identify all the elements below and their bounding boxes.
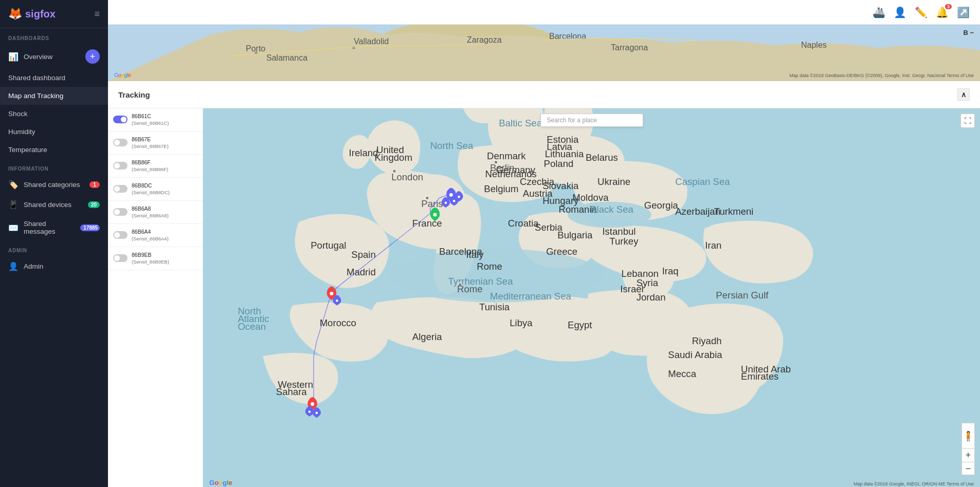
svg-text:Lebanon: Lebanon	[622, 268, 659, 279]
sidebar-item-overview-label: Overview	[24, 53, 52, 61]
svg-text:Emirates: Emirates	[741, 371, 778, 382]
zoom-in-button[interactable]: +	[961, 448, 975, 462]
svg-text:Georgia: Georgia	[644, 200, 679, 211]
svg-text:Mecca: Mecca	[668, 368, 696, 379]
zoom-out-button[interactable]: −	[961, 462, 975, 475]
svg-text:Greece: Greece	[546, 246, 577, 257]
sidebar-item-shared-messages[interactable]: ✉️ Shared messages 17885	[0, 215, 108, 240]
svg-text:Belgium: Belgium	[484, 183, 518, 194]
svg-text:Iraq: Iraq	[662, 266, 679, 276]
svg-text:Poland: Poland	[544, 158, 574, 169]
map-google-logo: Google	[209, 479, 232, 486]
map-fullscreen-button[interactable]: ⛶	[960, 114, 975, 128]
shared-devices-badge: 20	[88, 201, 100, 208]
svg-point-111	[458, 196, 460, 198]
mini-map-bg: Porto Salamanca Valladolid Zaragoza Barc…	[108, 25, 980, 81]
svg-text:Belarus: Belarus	[586, 152, 618, 163]
topbar: 🚢 👤 ✏️ 🔔 3 ↗️	[108, 0, 980, 25]
sidebar-item-humidity[interactable]: Humidity	[0, 123, 108, 141]
svg-text:Ukraine: Ukraine	[597, 176, 630, 187]
sidebar-item-shock-label: Shock	[8, 110, 28, 118]
arrow-button[interactable]: ↗️	[957, 6, 970, 18]
svg-text:Paris: Paris	[421, 198, 443, 209]
device-toggle-86B86F[interactable]	[113, 162, 128, 170]
device-item-86B61C[interactable]: 86B61C(Sensit_86B61C)	[108, 108, 203, 132]
svg-text:Turkmeni: Turkmeni	[714, 206, 754, 217]
svg-text:Istanbul: Istanbul	[602, 226, 636, 237]
device-item-86B9EB[interactable]: 86B9EB(Sensit_86B9EB)	[108, 247, 203, 270]
content-area: Porto Salamanca Valladolid Zaragoza Barc…	[108, 25, 980, 487]
svg-point-102	[311, 402, 314, 406]
svg-text:Tunisia: Tunisia	[479, 302, 510, 312]
sidebar-item-shared-categories[interactable]: 🏷️ Shared categories 1	[0, 175, 108, 195]
device-item-86B6A8[interactable]: 86B6A8(Sensit_86B6A8)	[108, 201, 203, 224]
device-name-86B9EB: 86B9EB(Sensit_86B9EB)	[132, 252, 169, 265]
sidebar-item-humidity-label: Humidity	[8, 128, 35, 136]
sidebar-item-admin[interactable]: 👤 Admin	[0, 256, 108, 276]
device-toggle-86B67E[interactable]	[113, 139, 128, 146]
svg-text:Turkey: Turkey	[609, 236, 639, 247]
svg-text:Persian Gulf: Persian Gulf	[716, 290, 769, 301]
sidebar-item-admin-label: Admin	[24, 263, 43, 270]
map-area[interactable]: Search for a place	[203, 108, 980, 487]
tracking-header: Tracking ∧	[108, 81, 980, 108]
collapse-button[interactable]: ∧	[957, 88, 970, 101]
svg-text:Croatia: Croatia	[508, 218, 539, 229]
sidebar-logo: 🦊 sigfox ≡	[0, 0, 108, 28]
svg-text:Rome: Rome	[477, 261, 502, 272]
device-name-86B8DC: 86B8DC(Sensit_86B8DC)	[132, 182, 170, 196]
sidebar-item-temperature[interactable]: Temperature	[0, 141, 108, 159]
device-toggle-86B9EB[interactable]	[113, 254, 128, 262]
svg-text:Valladolid: Valladolid	[354, 37, 389, 46]
svg-text:France: France	[412, 218, 442, 229]
device-name-86B6A4: 86B6A4(Sensit_86B6A4)	[132, 229, 169, 242]
sidebar-item-map-tracking[interactable]: Map and Tracking	[0, 87, 108, 105]
device-toggle-86B8DC[interactable]	[113, 185, 128, 193]
svg-text:Lithuania: Lithuania	[545, 148, 584, 159]
svg-text:Libya: Libya	[510, 317, 533, 328]
sidebar-item-shared-devices-label: Shared devices	[24, 201, 71, 209]
sidebar-item-shared-devices[interactable]: 📱 Shared devices 20	[0, 195, 108, 215]
device-item-86B8DC[interactable]: 86B8DC(Sensit_86B8DC)	[108, 178, 203, 201]
svg-point-103	[308, 410, 311, 413]
sidebar: 🦊 sigfox ≡ DASHBOARDS 📊 Overview + Share…	[0, 0, 108, 487]
svg-text:Moldova: Moldova	[572, 192, 609, 203]
svg-text:North Sea: North Sea	[430, 140, 474, 151]
device-toggle-86B6A8[interactable]	[113, 208, 128, 216]
map-search-bar[interactable]: Search for a place	[540, 114, 643, 127]
device-name-86B6A8: 86B6A8(Sensit_86B6A8)	[132, 205, 169, 219]
svg-text:Baltic Sea: Baltic Sea	[499, 118, 542, 128]
device-item-86B6A4[interactable]: 86B6A4(Sensit_86B6A4)	[108, 224, 203, 247]
device-name-86B61C: 86B61C(Sensit_86B61C)	[132, 113, 169, 126]
sidebar-item-shock[interactable]: Shock	[0, 105, 108, 123]
mini-map-google-logo: Google	[114, 72, 131, 78]
map-zoom-controls: + −	[961, 448, 975, 475]
svg-text:Algeria: Algeria	[412, 331, 442, 342]
sidebar-item-temperature-label: Temperature	[8, 146, 47, 154]
add-dashboard-button[interactable]: +	[85, 49, 100, 64]
hamburger-menu[interactable]: ≡	[94, 9, 100, 20]
device-toggle-86B6A4[interactable]	[113, 231, 128, 239]
svg-text:Iran: Iran	[705, 240, 721, 251]
map-pegman[interactable]: 🧍	[961, 423, 975, 449]
svg-point-106	[336, 299, 338, 302]
ship-button[interactable]: 🚢	[873, 6, 885, 18]
app-logo[interactable]: 🦊 sigfox	[8, 7, 56, 21]
pencil-button[interactable]: ✏️	[915, 6, 928, 18]
svg-text:Italy: Italy	[466, 249, 484, 260]
device-item-86B86F[interactable]: 86B86F(Sensit_86B86F)	[108, 155, 203, 178]
svg-point-17	[687, 156, 723, 228]
svg-text:Rome: Rome	[457, 284, 483, 294]
device-name-86B67E: 86B67E(Sensit_86B67E)	[132, 136, 169, 149]
svg-text:Naples: Naples	[801, 41, 827, 49]
svg-text:Caspian Sea: Caspian Sea	[675, 176, 730, 187]
device-item-86B67E[interactable]: 86B67E(Sensit_86B67E)	[108, 132, 203, 155]
device-toggle-86B61C[interactable]	[113, 116, 128, 123]
user-button[interactable]: 👤	[894, 6, 906, 18]
admin-section-label: ADMIN	[0, 240, 108, 256]
sidebar-item-overview[interactable]: 📊 Overview +	[0, 44, 108, 69]
bell-button[interactable]: 🔔 3	[936, 6, 949, 18]
sidebar-item-shared-dashboard[interactable]: Shared dashboard	[0, 69, 108, 87]
svg-text:London: London	[391, 172, 423, 182]
svg-point-105	[330, 292, 333, 295]
